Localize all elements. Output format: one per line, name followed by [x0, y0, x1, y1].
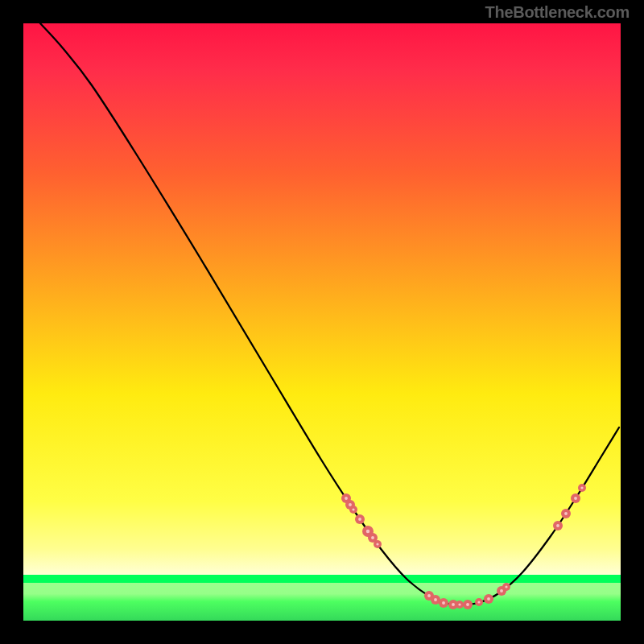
data-point-highlight	[466, 603, 469, 606]
data-point-highlight	[487, 597, 490, 601]
data-point-highlight	[345, 497, 348, 500]
data-point-highlight	[452, 603, 455, 606]
data-point-highlight	[349, 503, 352, 506]
data-point-highlight	[371, 536, 374, 539]
data-point-highlight	[505, 585, 507, 588]
data-point-highlight	[427, 594, 431, 597]
data-point-highlight	[500, 589, 503, 592]
watermark-text: TheBottleneck.com	[485, 3, 630, 22]
data-point-highlight	[434, 598, 437, 601]
data-point-highlight	[556, 524, 559, 527]
data-point-highlight	[358, 518, 361, 521]
data-point-highlight	[574, 497, 577, 500]
curve-markers	[341, 484, 586, 609]
data-point-highlight	[564, 512, 568, 515]
chart-frame: TheBottleneck.com	[0, 0, 644, 644]
data-point-highlight	[458, 603, 460, 605]
data-point-highlight	[376, 543, 378, 545]
data-point-highlight	[352, 508, 354, 510]
data-point-highlight	[442, 601, 445, 605]
curve-line	[40, 23, 619, 605]
data-point-highlight	[366, 530, 369, 533]
data-point-highlight	[580, 486, 583, 489]
data-point-highlight	[477, 601, 480, 603]
chart-overlay	[23, 23, 621, 621]
